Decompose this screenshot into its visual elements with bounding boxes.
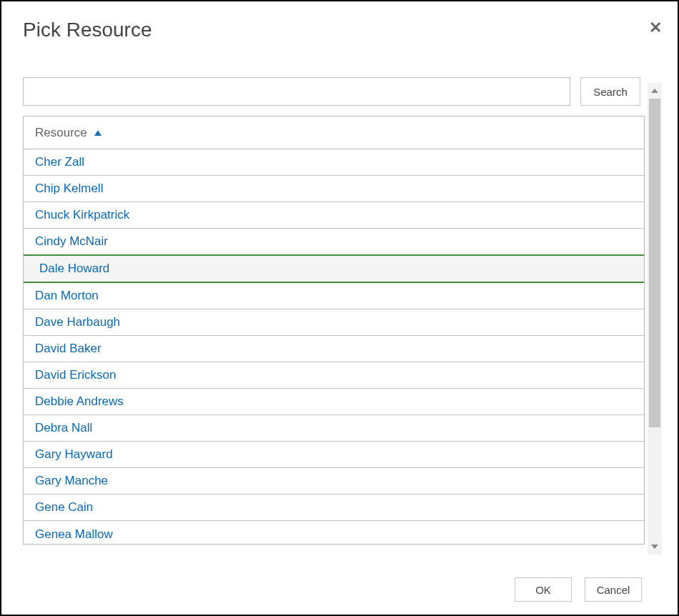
resource-name: Debra Nall bbox=[35, 421, 92, 435]
resource-name: Gary Hayward bbox=[35, 447, 113, 462]
table-row[interactable]: Chuck Kirkpatrick bbox=[24, 202, 644, 229]
dialog-header: Pick Resource ✕ bbox=[23, 19, 662, 41]
table-row[interactable]: Gene Cain bbox=[24, 495, 644, 521]
resource-name: Genea Mallow bbox=[35, 527, 113, 542]
table-row[interactable]: Cindy McNair bbox=[24, 229, 644, 255]
rows-container: Cher ZallChip KelmellChuck KirkpatrickCi… bbox=[24, 149, 644, 545]
resource-name: David Baker bbox=[35, 342, 101, 356]
table-row[interactable]: Dave Harbaugh bbox=[24, 309, 644, 336]
table-row[interactable]: Debra Nall bbox=[24, 415, 644, 442]
column-header-resource[interactable]: Resource bbox=[24, 116, 644, 149]
table-row[interactable]: Gary Hayward bbox=[24, 442, 644, 468]
scroll-up-icon[interactable] bbox=[648, 83, 662, 99]
resource-name: Cher Zall bbox=[35, 155, 84, 169]
close-icon[interactable]: ✕ bbox=[649, 19, 662, 36]
resource-name: Debbie Andrews bbox=[35, 394, 124, 409]
table-row[interactable]: Cher Zall bbox=[24, 149, 644, 176]
vertical-scrollbar[interactable] bbox=[648, 83, 662, 555]
table-area: Resource Cher ZallChip KelmellChuck Kirk… bbox=[23, 116, 662, 555]
cancel-button[interactable]: Cancel bbox=[585, 577, 642, 602]
sort-ascending-icon bbox=[94, 130, 101, 136]
table-row[interactable]: Dan Morton bbox=[24, 283, 644, 309]
table-row[interactable]: Debbie Andrews bbox=[24, 389, 644, 415]
scrollbar-track[interactable] bbox=[648, 99, 662, 539]
ok-button[interactable]: OK bbox=[515, 577, 572, 602]
resource-name: Gary Manche bbox=[35, 474, 108, 488]
resource-table: Resource Cher ZallChip KelmellChuck Kirk… bbox=[23, 116, 645, 545]
search-button[interactable]: Search bbox=[580, 77, 640, 106]
column-header-label: Resource bbox=[35, 126, 87, 140]
search-row: Search bbox=[23, 77, 640, 106]
dialog-title: Pick Resource bbox=[23, 19, 152, 41]
table-row[interactable]: Chip Kelmell bbox=[24, 176, 644, 202]
resource-name: Chip Kelmell bbox=[35, 182, 103, 196]
resource-name: Gene Cain bbox=[35, 500, 93, 515]
pick-resource-dialog: Pick Resource ✕ Search Resource Cher Zal… bbox=[0, 0, 679, 616]
scrollbar-thumb[interactable] bbox=[649, 99, 660, 427]
resource-name: Chuck Kirkpatrick bbox=[35, 208, 129, 222]
resource-name: David Erickson bbox=[35, 368, 116, 382]
table-row[interactable]: Gary Manche bbox=[24, 468, 644, 495]
table-row[interactable]: Dale Howard bbox=[24, 254, 644, 283]
scroll-down-icon[interactable] bbox=[648, 539, 662, 555]
resource-name: Cindy McNair bbox=[35, 234, 108, 249]
table-row[interactable]: David Erickson bbox=[24, 362, 644, 389]
search-input[interactable] bbox=[23, 77, 570, 106]
table-row[interactable]: Genea Mallow bbox=[24, 521, 644, 545]
table-row[interactable]: David Baker bbox=[24, 336, 644, 362]
resource-name: Dave Harbaugh bbox=[35, 315, 120, 329]
dialog-footer: OK Cancel bbox=[515, 577, 642, 602]
resource-name: Dan Morton bbox=[35, 289, 99, 303]
resource-name: Dale Howard bbox=[39, 262, 109, 276]
